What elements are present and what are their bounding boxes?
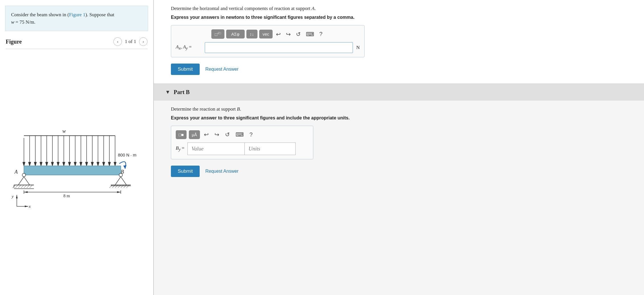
svg-line-59 <box>118 185 121 188</box>
part-b-submit-row: Submit Request Answer <box>171 166 627 177</box>
part-b-units-button[interactable]: μÅ <box>189 130 200 139</box>
problem-text: Consider the beam shown in (Figure 1). S… <box>11 12 114 17</box>
beam-diagram: w <box>8 127 145 218</box>
svg-marker-34 <box>114 162 116 166</box>
part-b-toolbar: □■ μÅ ↩ ↪ ↺ ⌨ ? <box>176 130 308 139</box>
svg-marker-18 <box>23 162 25 166</box>
svg-text:w: w <box>62 128 66 134</box>
svg-point-52 <box>119 173 122 177</box>
svg-text:x: x <box>28 204 31 209</box>
svg-marker-67 <box>117 191 121 193</box>
part-a-label: Ax, Ay = <box>176 44 201 51</box>
part-a-input[interactable] <box>205 42 353 53</box>
svg-marker-71 <box>16 195 18 198</box>
redo-button[interactable]: ↪ <box>284 30 293 39</box>
keyboard-button[interactable]: ⌨ <box>304 30 316 39</box>
part-a-question: Determine the horizontal and vertical co… <box>171 6 627 11</box>
svg-text:A: A <box>14 169 18 175</box>
figure-area: w <box>0 49 153 295</box>
part-b-undo-button[interactable]: ↩ <box>202 130 210 139</box>
undo-button[interactable]: ↩ <box>274 30 283 39</box>
figure-count: 1 of 1 <box>125 39 136 44</box>
svg-line-58 <box>115 185 118 188</box>
part-b-units-icon: μÅ <box>192 132 197 137</box>
svg-marker-37 <box>123 165 126 169</box>
part-a-unit: N <box>356 45 360 50</box>
part-b-submit-button[interactable]: Submit <box>171 166 200 177</box>
part-a-instruction: Express your answers in newtons to three… <box>171 15 627 20</box>
svg-text:8 m: 8 m <box>64 194 70 198</box>
part-b-value-input[interactable] <box>187 143 244 155</box>
part-a-toolbar: □√□ ΑΣφ ↕↓ vec ↩ ↪ ↺ ⌨ ? <box>176 29 360 39</box>
svg-line-50 <box>27 185 30 188</box>
part-a-section: Determine the horizontal and vertical co… <box>154 0 644 84</box>
part-b-header: ▼ Part B <box>154 84 644 101</box>
part-b-keyboard-button[interactable]: ⌨ <box>234 130 246 139</box>
vec-button[interactable]: vec <box>259 30 273 38</box>
part-b-math-button[interactable]: □■ <box>176 130 187 139</box>
part-b-units-input[interactable] <box>244 143 296 155</box>
part-b-label: Part B <box>174 89 190 95</box>
svg-marker-72 <box>25 206 28 207</box>
svg-marker-27 <box>74 162 76 166</box>
part-b-content: Determine the reaction at support B. Exp… <box>154 101 644 186</box>
figure-label: Figure <box>6 38 22 45</box>
right-panel: Determine the horizontal and vertical co… <box>154 0 644 295</box>
left-panel: Consider the beam shown in (Figure 1). S… <box>0 0 154 295</box>
svg-marker-30 <box>91 162 93 166</box>
svg-line-61 <box>124 185 126 188</box>
vec-icon: vec <box>263 32 269 36</box>
svg-text:800 N · m: 800 N · m <box>118 152 136 157</box>
part-a-request-answer-link[interactable]: Request Answer <box>205 67 239 72</box>
svg-marker-32 <box>103 162 105 166</box>
part-b-redo-button[interactable]: ↪ <box>213 130 221 139</box>
figure-nav: ‹ 1 of 1 › <box>113 37 148 46</box>
figure-link[interactable]: Figure 1 <box>69 12 85 17</box>
math-template-button[interactable]: □√□ <box>211 29 224 39</box>
part-a-submit-row: Submit Request Answer <box>171 64 627 75</box>
svg-marker-28 <box>80 162 82 166</box>
svg-marker-20 <box>34 162 36 166</box>
problem-w: w = 75 N/m. <box>11 19 35 25</box>
svg-line-47 <box>18 185 21 188</box>
part-b-refresh-button[interactable]: ↺ <box>223 130 232 139</box>
math-template-icon: □√□ <box>215 31 221 37</box>
svg-marker-22 <box>46 162 48 166</box>
svg-marker-25 <box>63 162 65 166</box>
svg-marker-66 <box>24 191 28 193</box>
part-b-math-icon: □■ <box>179 132 184 137</box>
part-b-container: ▼ Part B Determine the reaction at suppo… <box>154 84 644 186</box>
greek-symbols-icon: ΑΣφ <box>231 32 240 36</box>
svg-line-62 <box>126 185 129 188</box>
svg-marker-21 <box>40 162 42 166</box>
svg-marker-31 <box>97 162 99 166</box>
svg-line-57 <box>112 185 115 188</box>
svg-marker-41 <box>18 177 30 185</box>
svg-marker-19 <box>28 162 31 166</box>
svg-line-56 <box>109 185 112 188</box>
part-b-collapse-icon[interactable]: ▼ <box>165 89 170 95</box>
svg-line-46 <box>15 185 18 188</box>
greek-symbols-button[interactable]: ΑΣφ <box>226 30 245 38</box>
svg-marker-26 <box>68 162 71 166</box>
arrows-button[interactable]: ↕↓ <box>246 30 257 38</box>
arrows-icon: ↕↓ <box>250 32 254 36</box>
svg-point-40 <box>22 173 26 177</box>
svg-marker-24 <box>57 162 59 166</box>
next-figure-button[interactable]: › <box>139 37 148 46</box>
refresh-button[interactable]: ↺ <box>294 30 302 39</box>
svg-line-51 <box>30 185 32 188</box>
part-a-submit-button[interactable]: Submit <box>171 64 200 75</box>
part-b-label: By = <box>176 145 185 152</box>
part-a-answer-box: □√□ ΑΣφ ↕↓ vec ↩ ↪ ↺ ⌨ ? Ax, Ay = <box>171 25 365 57</box>
problem-statement: Consider the beam shown in (Figure 1). S… <box>5 6 148 31</box>
svg-line-60 <box>121 185 124 188</box>
prev-figure-button[interactable]: ‹ <box>113 37 122 46</box>
part-b-request-answer-link[interactable]: Request Answer <box>205 169 239 174</box>
part-b-answer-box: □■ μÅ ↩ ↪ ↺ ⌨ ? By = <box>171 126 313 159</box>
part-b-help-button[interactable]: ? <box>248 130 254 139</box>
svg-line-48 <box>21 185 24 188</box>
help-button[interactable]: ? <box>318 30 324 38</box>
part-a-answer-row: Ax, Ay = N <box>176 42 360 53</box>
svg-marker-23 <box>51 162 54 166</box>
